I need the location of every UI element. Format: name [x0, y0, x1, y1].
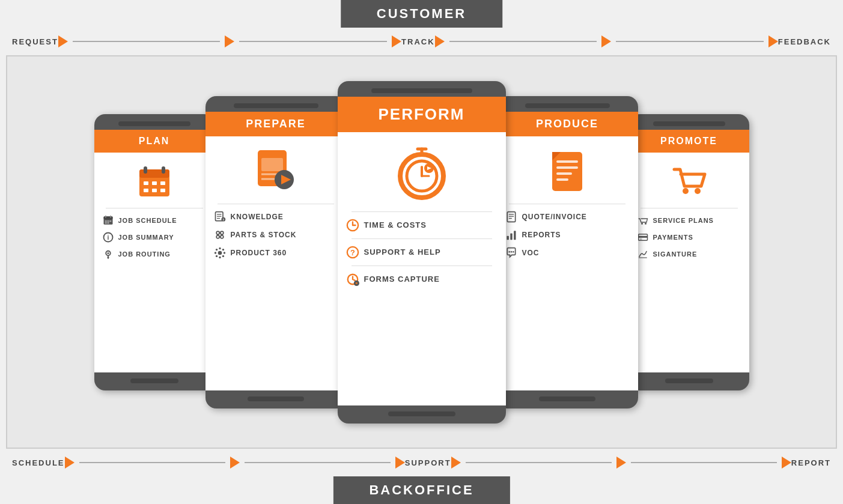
phone-produce-wrapper: PRODUCE	[497, 96, 638, 408]
phone-top-bar-produce	[525, 103, 610, 108]
phone-header-prepare: PREPARE	[205, 112, 347, 136]
bottom-flow-line-2	[245, 462, 391, 463]
phone-body-perform: TIME & COSTS ? SUPPORT & HELP	[338, 132, 506, 405]
job-routing-label: JOB ROUTING	[118, 250, 171, 258]
request-label: REQUEST	[12, 37, 58, 46]
svg-point-51	[222, 248, 224, 250]
job-summary-icon: i	[103, 232, 114, 243]
svg-rect-18	[107, 222, 109, 223]
service-plans-label: SERVICE PLANS	[653, 217, 714, 224]
svg-point-84	[641, 222, 643, 224]
bottom-flow-line-3	[466, 462, 612, 463]
svg-rect-76	[507, 235, 508, 240]
svg-rect-17	[105, 222, 106, 223]
svg-rect-6	[160, 181, 165, 185]
svg-point-50	[215, 255, 217, 257]
bottom-arrow-1	[65, 457, 75, 469]
phone-promote-wrapper: PROMOTE	[629, 114, 749, 390]
job-summary-label: JOB SUMMARY	[118, 234, 174, 241]
job-routing-icon	[103, 249, 114, 260]
job-schedule-label: JOB SCHEDULE	[118, 217, 177, 224]
svg-point-83	[695, 188, 701, 194]
promote-item-service-plans: SERVICE PLANS	[635, 212, 743, 229]
svg-rect-68	[556, 166, 578, 169]
prepare-icon-area	[252, 147, 300, 195]
arrow-1	[58, 35, 68, 47]
promote-item-signature: SIGANTURE	[635, 246, 743, 263]
knowledge-icon: ?	[214, 211, 226, 223]
prepare-item-parts: PARTS & STOCK	[212, 226, 341, 244]
product360-icon	[214, 247, 226, 259]
prepare-item-knowledge: ? KNOWELDGE	[212, 208, 341, 226]
arrow-5	[601, 35, 611, 47]
promote-divider-1	[641, 208, 738, 208]
bottom-arrow-6	[782, 457, 791, 469]
bottom-flow-bar: SCHEDULE SUPPORT REPORT	[0, 449, 843, 476]
bottom-arrow-2	[230, 457, 240, 469]
svg-text:i: i	[107, 233, 109, 240]
svg-rect-88	[639, 238, 642, 240]
main-content-area: PLAN	[6, 55, 837, 449]
svg-rect-5	[152, 181, 157, 185]
signature-label: SIGANTURE	[653, 250, 698, 258]
phone-header-promote: PROMOTE	[629, 130, 749, 153]
phone-bottom-bar-promote	[665, 378, 713, 383]
arrow-6	[768, 35, 778, 47]
phone-header-perform: PERFORM	[338, 97, 506, 132]
flow-line-4	[616, 41, 764, 42]
track-label: TRACK	[401, 37, 435, 46]
time-costs-label: TIME & COSTS	[364, 220, 427, 229]
perform-divider-1	[352, 211, 492, 212]
perform-item-forms: FORMS CAPTURE	[344, 270, 500, 289]
phone-perform: PERFORM	[338, 81, 506, 424]
phone-prepare: PREPARE	[205, 96, 347, 408]
phone-plan: PLAN	[94, 114, 215, 390]
bottom-arrow-3	[395, 457, 405, 469]
signature-icon	[638, 249, 648, 260]
svg-point-35	[216, 231, 219, 234]
svg-point-38	[220, 235, 223, 238]
job-schedule-icon	[103, 215, 114, 226]
voc-icon	[505, 247, 517, 259]
perform-divider-3	[352, 266, 492, 266]
svg-point-47	[223, 252, 225, 254]
customer-label: CUSTOMER	[341, 0, 503, 28]
time-costs-icon	[346, 219, 359, 232]
phone-prepare-wrapper: PREPARE	[205, 96, 347, 408]
main-wrapper: CUSTOMER REQUEST TRACK FEEDBACK PLAN	[0, 0, 843, 504]
reports-label: REPORTS	[522, 231, 561, 239]
svg-rect-16	[109, 220, 111, 222]
forms-capture-icon	[346, 273, 359, 286]
phone-promote: PROMOTE	[629, 114, 749, 390]
top-flow-bar: REQUEST TRACK FEEDBACK	[0, 28, 843, 55]
svg-rect-78	[514, 231, 516, 240]
svg-point-43	[218, 250, 222, 255]
produce-icon-area	[543, 147, 591, 195]
flow-line-1	[73, 41, 221, 42]
svg-point-37	[216, 235, 219, 238]
bottom-flow-line-1	[79, 462, 225, 463]
svg-point-48	[215, 248, 217, 250]
phone-header-plan: PLAN	[94, 130, 215, 153]
report-label: REPORT	[791, 458, 831, 467]
svg-point-49	[222, 255, 224, 257]
phone-bottom-bar-plan	[130, 378, 178, 383]
svg-point-45	[219, 256, 221, 258]
schedule-label: SCHEDULE	[12, 458, 65, 467]
phone-top-bar-promote	[653, 121, 725, 126]
forms-capture-label: FORMS CAPTURE	[364, 275, 440, 284]
svg-rect-24	[261, 158, 283, 171]
service-plans-icon	[638, 215, 648, 226]
svg-rect-13	[110, 215, 111, 217]
phone-produce: PRODUCE	[497, 96, 638, 408]
arrow-3	[392, 35, 401, 47]
flow-line-3	[449, 41, 597, 42]
svg-point-80	[510, 251, 512, 253]
arrow-4	[435, 35, 445, 47]
svg-rect-72	[507, 211, 515, 222]
perform-icon-area	[392, 143, 452, 203]
perform-item-time: TIME & COSTS	[344, 216, 500, 235]
bottom-arrow-5	[616, 457, 626, 469]
svg-point-81	[513, 251, 514, 253]
phone-body-prepare: ? KNOWELDGE	[205, 136, 347, 390]
